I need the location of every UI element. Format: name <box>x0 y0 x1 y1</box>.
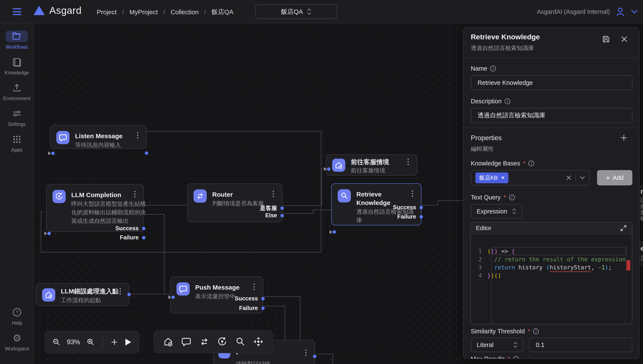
node-menu-icon[interactable] <box>302 350 309 356</box>
close-icon[interactable] <box>620 35 628 43</box>
input-port[interactable] <box>168 295 175 299</box>
zoom-in-icon[interactable] <box>86 338 94 346</box>
palette-message-icon[interactable] <box>180 336 192 348</box>
node-palette-toolbar <box>154 330 273 353</box>
node-llm-completion[interactable]: LLM Completion 呼叫大型語言模型並產生結構化的資料輸出以輔助流程的… <box>46 184 144 232</box>
hamburger-menu-icon[interactable] <box>12 7 22 16</box>
info-icon[interactable]: i <box>509 194 515 200</box>
similarity-mode-select[interactable]: Literal <box>471 338 524 352</box>
node-title: Listen Message <box>75 132 122 140</box>
zoom-out-icon[interactable] <box>52 338 60 346</box>
node-menu-icon[interactable] <box>134 132 141 138</box>
node-subtitle: 判斷情境是否為客服 <box>212 199 264 208</box>
info-icon[interactable]: i <box>513 356 519 359</box>
properties-subtitle: 編輯屬性 <box>471 145 494 153</box>
node-menu-icon[interactable] <box>251 284 257 290</box>
similarity-value-input[interactable]: 0.1 <box>529 338 632 352</box>
sidebar-item-workspace[interactable]: ⚙ Workspace <box>0 332 34 352</box>
node-menu-icon[interactable] <box>270 191 276 197</box>
info-icon[interactable]: i <box>504 98 510 104</box>
node-menu-icon[interactable] <box>409 190 416 197</box>
input-port[interactable] <box>330 230 336 234</box>
text-query-mode-select[interactable]: Expression <box>471 204 522 218</box>
expression-editor[interactable]: Editor 1(() => {2 // return the result o… <box>470 222 632 324</box>
entry-point-icon <box>42 288 55 302</box>
similarity-threshold-label: Similarity Threshold*i <box>471 328 539 335</box>
node-menu-icon[interactable] <box>132 191 138 197</box>
panel-subtitle: 透過自然語言檢索知識庫 <box>471 44 534 52</box>
folder-icon <box>12 32 22 40</box>
svg-text:?: ? <box>16 310 18 315</box>
node-llm-error-entry[interactable]: LLM錯誤處理進入點 工作流程的起點 <box>36 283 129 306</box>
info-icon[interactable]: i <box>533 328 539 334</box>
account-chevron-down-icon[interactable] <box>631 9 638 14</box>
add-kb-button[interactable]: +Add <box>597 170 632 186</box>
sidebar-item-help[interactable]: ? Help <box>0 306 34 326</box>
chat-bubble-icon <box>176 282 190 296</box>
node-title: LLM錯誤處理進入點 <box>61 287 119 296</box>
output-port-failure[interactable]: Failure <box>120 234 146 241</box>
code-line[interactable]: 1(() => { <box>471 247 632 255</box>
output-port-failure[interactable]: Failure <box>239 305 265 312</box>
workflow-selector[interactable]: 飯店QA <box>255 4 337 19</box>
user-icon[interactable] <box>615 7 625 16</box>
output-port-success[interactable]: Success <box>234 295 265 302</box>
add-node-icon[interactable] <box>110 338 118 346</box>
output-port-success[interactable]: Success <box>115 225 146 232</box>
add-property-icon[interactable] <box>620 134 628 142</box>
input-port[interactable] <box>44 232 51 235</box>
node-retrieve-knowledge[interactable]: Retrieve Knowledge 透過自然語言檢索知識庫 Success F… <box>331 183 422 225</box>
palette-search-icon[interactable] <box>234 336 246 348</box>
input-port[interactable] <box>48 152 55 155</box>
output-port[interactable] <box>127 293 131 296</box>
node-menu-icon[interactable] <box>117 288 123 294</box>
sidebar-item-apps[interactable]: Apps <box>0 134 34 153</box>
node-goto-cs-scenario[interactable]: 前往客服情境 前往客服情境 <box>326 154 417 176</box>
palette-move-icon[interactable] <box>252 336 264 348</box>
output-port-success[interactable]: Success <box>393 204 423 211</box>
output-port[interactable] <box>145 152 148 155</box>
chevron-down-icon[interactable] <box>580 176 585 180</box>
node-push-message[interactable]: Push Message 表示流量控管中 Success Failure <box>170 276 263 314</box>
breadcrumb-myproject[interactable]: MyProject <box>130 8 158 16</box>
select-chevrons-icon <box>512 208 516 214</box>
output-port-failure[interactable]: Failure <box>397 214 423 220</box>
sidebar-item-settings[interactable]: Settings <box>0 108 34 127</box>
code-area[interactable]: 1(() => {2 // return the result of the e… <box>471 247 632 324</box>
description-input[interactable]: 透過自然語言檢索知識庫 <box>471 108 632 123</box>
node-properties-panel: Retrieve Knowledge 透過自然語言檢索知識庫 Namei Ret… <box>463 27 640 359</box>
help-icon: ? <box>12 308 22 317</box>
max-results-label: Max Results*i <box>471 356 519 359</box>
name-input[interactable]: Retrieve Knowledge <box>471 75 632 90</box>
palette-llm-icon[interactable] <box>216 336 228 348</box>
output-port-else[interactable]: Else <box>265 212 284 219</box>
sidebar-item-knowledge[interactable]: Knowledge <box>0 56 34 76</box>
node-subtitle: 等待訊息內容輸入 <box>75 141 121 149</box>
knowledge-bases-multiselect[interactable]: 飯店KB✕ <box>471 170 590 186</box>
node-description: 呼叫大型語言模型並產生結構化的資料輸出以輔助流程的決策或生成自然語言輸出 <box>71 200 146 225</box>
info-icon[interactable]: i <box>490 66 496 72</box>
save-icon[interactable] <box>602 35 610 43</box>
remove-tag-icon[interactable]: ✕ <box>501 175 505 180</box>
breadcrumb-project[interactable]: Project <box>97 8 116 16</box>
sidebar-item-workflows[interactable]: Workflows <box>0 30 34 50</box>
node-router[interactable]: Router 判斷情境是否為客服 是客服 Else <box>187 184 282 222</box>
sidebar-item-environment[interactable]: Environment <box>0 82 34 102</box>
info-icon[interactable]: i <box>528 160 534 166</box>
node-listen-message[interactable]: Listen Message 等待訊息內容輸入 <box>50 125 147 149</box>
code-line[interactable]: 4})() <box>471 271 632 280</box>
code-line[interactable]: 2 // return the result of the expression <box>471 255 632 263</box>
input-port[interactable] <box>324 167 330 171</box>
node-title: Router <box>212 190 233 199</box>
code-line[interactable]: 3 return history (historyStart, -1); <box>471 263 632 271</box>
palette-entry-point-icon[interactable] <box>162 336 174 348</box>
output-port[interactable] <box>313 355 316 358</box>
node-menu-icon[interactable] <box>405 158 411 165</box>
clear-all-icon[interactable] <box>566 175 572 180</box>
breadcrumb-collection[interactable]: Collection <box>170 8 198 16</box>
palette-router-icon[interactable] <box>198 336 210 348</box>
expand-editor-icon[interactable] <box>620 225 627 232</box>
run-workflow-icon[interactable] <box>124 338 132 346</box>
output-port-cs[interactable]: 是客服 <box>260 204 284 212</box>
breadcrumb-workflow[interactable]: 飯店QA <box>212 8 234 16</box>
